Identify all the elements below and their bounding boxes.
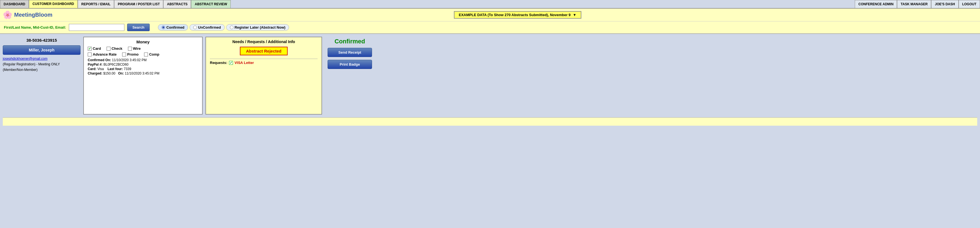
card-checkbox-checked: ✓ (88, 47, 92, 51)
paypal-label: PayPal #: (88, 63, 102, 66)
left-panel: 38-5036-423915 Miller, Joseph josephdick… (3, 37, 81, 114)
top-nav: DASHBOARD CUSTOMER DASHBOARD REPORTS / E… (0, 0, 980, 9)
card-label: Card (93, 47, 101, 51)
search-input[interactable] (69, 24, 124, 31)
nav-right-group: CONFERENCE ADMIN TASK MANAGER JOE'S DASH… (855, 0, 980, 8)
visa-letter-checkbox[interactable]: ✓ (229, 61, 233, 65)
promo-label: Promo (127, 52, 138, 56)
last-four-label: Last four: (107, 67, 123, 71)
checkbox-promo[interactable]: Promo (122, 52, 138, 56)
send-receipt-button[interactable]: Send Receipt (328, 48, 372, 57)
paypal-value: BL0P6C2BCD60 (103, 63, 129, 66)
radio-register-later[interactable]: Register Later (Abstract Now) (226, 24, 289, 31)
wire-checkbox (128, 47, 132, 51)
money-title: Money (88, 40, 198, 44)
nav-abstracts[interactable]: ABSTRACTS (163, 0, 191, 8)
customer-reg-line2: (Member/Non-Member) (3, 68, 81, 72)
logo-icon: 🌸 (3, 10, 13, 19)
checkboxes-row-2: Advance Rate Promo Comp (88, 52, 198, 56)
charged-row: Charged: $150.00 On: 11/10/2020 3:45:02 … (88, 71, 198, 75)
checkbox-advance-rate[interactable]: Advance Rate (88, 52, 116, 56)
radio-register-later-label: Register Later (Abstract Now) (235, 25, 285, 29)
requests-row: Requests: ✓ VISA Letter (210, 59, 318, 65)
bottom-stub (3, 117, 977, 126)
customer-id: 38-5036-423915 (3, 37, 81, 43)
nav-customer-dashboard[interactable]: CUSTOMER DASHBOARD (29, 0, 78, 8)
checkbox-comp[interactable]: Comp (144, 52, 159, 56)
nav-task-manager[interactable]: TASK MANAGER (897, 0, 931, 8)
banner-dropdown-button[interactable]: EXAMPLE DATA (To Show 270 Abstracts Subm… (454, 11, 582, 19)
nav-dashboard[interactable]: DASHBOARD (0, 0, 29, 8)
logo-area: 🌸 MeetingBloom (3, 10, 52, 19)
checkbox-check[interactable]: Check (107, 47, 123, 51)
main-content: 38-5036-423915 Miller, Joseph josephdick… (0, 34, 980, 117)
check-checkbox (107, 47, 110, 51)
nav-reports-email[interactable]: REPORTS / EMAIL (78, 0, 114, 8)
print-badge-button[interactable]: Print Badge (328, 60, 372, 69)
nav-logout[interactable]: LOGOUT (959, 0, 980, 8)
customer-email[interactable]: josephdickhoener@gmail.com (3, 57, 48, 61)
radio-confirmed[interactable]: Confirmed (158, 24, 188, 31)
right-panel: Confirmed Send Receipt Print Badge (325, 37, 375, 114)
checkbox-card[interactable]: ✓ Card (88, 47, 101, 51)
card-type-label: Card: (88, 67, 96, 71)
customer-name-button[interactable]: Miller, Joseph (3, 45, 81, 55)
visa-letter-text: VISA Letter (235, 61, 254, 65)
radio-confirmed-label: Confirmed (166, 25, 185, 29)
checkbox-wire[interactable]: Wire (128, 47, 141, 51)
confirmed-on-label: Confirmed On: (88, 58, 111, 62)
advance-rate-label: Advance Rate (93, 52, 116, 56)
last-four-value: 7339 (124, 67, 131, 71)
banner-dropdown-arrow: ▼ (573, 13, 576, 17)
logo-text: MeetingBloom (14, 12, 52, 18)
advance-rate-checkbox (88, 53, 92, 56)
header-row: 🌸 MeetingBloom EXAMPLE DATA (To Show 270… (0, 9, 980, 21)
center-banner: EXAMPLE DATA (To Show 270 Abstracts Subm… (58, 11, 977, 19)
search-label: First/Last Name, Mid-Cust-ID, Email: (4, 25, 66, 29)
paypal-row: PayPal #: BL0P6C2BCD60 (88, 63, 198, 66)
comp-label: Comp (149, 52, 159, 56)
status-confirmed: Confirmed (334, 38, 365, 45)
check-label: Check (111, 47, 123, 51)
on-label: On: (118, 71, 124, 75)
search-bar: First/Last Name, Mid-Cust-ID, Email: Sea… (0, 21, 980, 34)
promo-checkbox (122, 53, 126, 56)
money-panel: Money ✓ Card Check Wire Advance Rate (83, 37, 203, 114)
requests-label: Requests: (210, 61, 228, 65)
card-visa-row: Card: Visa Last four: 7339 (88, 67, 198, 71)
confirmed-on-row: Confirmed On: 11/10/2020 3:45:02 PM (88, 58, 198, 62)
banner-text: EXAMPLE DATA (To Show 270 Abstracts Subm… (459, 13, 571, 17)
radio-unconfirmed[interactable]: UnConfirmed (189, 24, 224, 31)
radio-unconfirmed-label: UnConfirmed (198, 25, 221, 29)
checkboxes-row-1: ✓ Card Check Wire (88, 47, 198, 51)
needs-panel: Needs / Requests / Additional Info Abstr… (205, 37, 322, 114)
radio-group: Confirmed UnConfirmed Register Later (Ab… (158, 24, 289, 31)
comp-checkbox (144, 53, 148, 56)
nav-joes-dash[interactable]: JOE'S DASH (931, 0, 958, 8)
customer-reg-line1: (Regular Registration) - Meeting ONLY (3, 62, 81, 66)
nav-program-poster[interactable]: PROGRAM / POSTER LIST (114, 0, 163, 8)
abstract-rejected-badge: Abstract Rejected (240, 47, 288, 55)
charged-label: Charged: (88, 71, 102, 75)
nav-abstract-review[interactable]: ABSTRACT REVIEW (191, 0, 231, 8)
search-button[interactable]: Search (127, 24, 150, 31)
wire-label: Wire (133, 47, 141, 51)
nav-conference-admin[interactable]: CONFERENCE ADMIN (855, 0, 897, 8)
needs-title: Needs / Requests / Additional Info (210, 40, 318, 44)
